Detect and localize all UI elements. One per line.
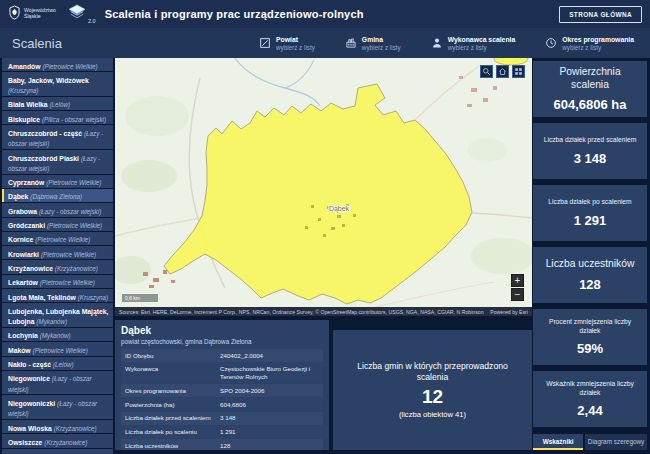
detail-row: Powierzchnia (ha) 604,6806 [121, 398, 323, 411]
page-title: Scalenia i programy prac urządzeniowo-ro… [105, 8, 364, 20]
region-icon [259, 37, 271, 49]
sidebar-item-mak-w[interactable]: Maków (Pietrowice Wielkie) [2, 342, 113, 355]
home-icon [498, 67, 507, 76]
filter-wykonawca-scalenia[interactable]: Wykonawca scalenia wybierz z listy [431, 36, 516, 51]
detail-row: ID Obrębu 240402_2.0004 [121, 349, 323, 362]
grid-icon [514, 67, 523, 76]
sidebar-item-baby-jack-w-widz-wek[interactable]: Baby, Jacków, Widzówek (Kruszyna) [2, 72, 113, 96]
clock-icon [545, 37, 557, 49]
map-landuse-patch [471, 238, 532, 274]
sidebar-item-chruszczobr-d-piaski[interactable]: Chruszczobród Piaski (Łazy - obszar wiej… [2, 150, 113, 174]
filter-okres-programowania[interactable]: Okres programowania wybierz z listy [545, 36, 634, 51]
basemap-button[interactable] [512, 65, 525, 78]
attribution-sources: Sources: Esri, HERE, DeLorme, increment … [119, 309, 484, 315]
detail-panel: Dąbek powiat częstochowski, gmina Dąbrow… [115, 320, 329, 450]
sidebar-item-gr-dczanki[interactable]: Gródczanki (Pietrowice Wielkie) [2, 218, 113, 231]
sidebar-item-grabowa[interactable]: Grabowa (Łazy - obszar wiejski) [2, 203, 113, 216]
stat-card-procent-zmniejszenia-liczby-dzia-ek: Procent zmniejszenia liczby działek 59% [533, 309, 647, 365]
detail-row: Liczba działek po scaleniu 1 291 [121, 426, 323, 439]
sidebar-item-kornice[interactable]: Kornice (Pietrowice Wielkie) [2, 232, 113, 245]
map-canvas: Dąbek [115, 58, 532, 307]
sidebar-item-niegowonice[interactable]: Niegowonice (Łazy - obszar wiejski) [2, 371, 113, 395]
voivodeship-logo-text: Województwo Śląskie [24, 8, 58, 20]
gmina-count-value: 12 [422, 386, 443, 408]
attribution-powered-by: Powered by Esri [490, 309, 528, 315]
search-icon [482, 67, 491, 76]
polygon-label: Dąbek [329, 205, 350, 213]
map-toolbar [480, 65, 525, 78]
stat-card-liczba-dzia-ek-po-scaleniem: Liczba działek po scaleniem 1 291 [533, 185, 647, 241]
stat-card-liczba-uczestnik-w: Liczba uczestników 128 [533, 247, 647, 303]
header: Województwo Śląskie 2.0 Scalenia i progr… [0, 0, 650, 28]
app-root: Województwo Śląskie 2.0 Scalenia i progr… [0, 0, 650, 454]
filter-bar: Scalenia Powiat wybierz z listy Gmina wy… [0, 28, 650, 58]
voivodeship-logo[interactable]: Województwo Śląskie [8, 5, 58, 24]
stat-cards: Powierzchnia scalenia 604,6806 ha Liczba… [533, 61, 647, 433]
sidebar-item-krowiarki[interactable]: Krowiarki (Pietrowice Wielkie) [2, 246, 113, 259]
sidebar-item-lekart-w[interactable]: Lekartów (Pietrowice Wielkie) [2, 275, 113, 288]
filters: Powiat wybierz z listy Gmina wybierz z l… [259, 36, 634, 51]
sidebar-item-chruszczobr-d-cz[interactable]: Chruszczobród - część (Łazy - obszar wie… [2, 125, 113, 149]
sidebar-item-nowa-wioska[interactable]: Nowa Wioska (Krzyżanowice) [2, 420, 113, 433]
sidebar-item-lubojenka-lubojenka-maj-tek-lubojna[interactable]: Lubojenka, Lubojenka Majątek, Lubojna (M… [2, 303, 113, 327]
sidebar-item-ochynia[interactable]: Łochynia (Mykanów) [2, 328, 113, 341]
zoom-in-button[interactable]: + [511, 274, 524, 287]
map-scale-bar: 0,6 km [122, 294, 158, 302]
geoportal-logo[interactable]: 2.0 [67, 4, 96, 24]
sidebar-item-niegowoniczki[interactable]: Niegowoniczki (Łazy - obszar wiejski) [2, 395, 113, 419]
map-landuse-patch [121, 160, 177, 192]
sidebar-item-biskupice[interactable]: Biskupice (Pilica - obszar wiejski) [2, 111, 113, 124]
detail-row: Liczba działek przed scaleniem 3 148 [121, 412, 323, 425]
filter-gmina[interactable]: Gmina wybierz z listy [345, 36, 401, 51]
map-view[interactable]: Dąbek + − 0,6 km Sources: Esri, HERE, De… [115, 58, 532, 316]
detail-row: Liczba uczestników 128 [121, 439, 323, 450]
filter-powiat[interactable]: Powiat wybierz z listy [259, 36, 315, 51]
map-landuse-patch [467, 138, 507, 162]
stat-card-powierzchnia-scalenia: Powierzchnia scalenia 604,6806 ha [533, 61, 647, 117]
layers-diamond-icon [67, 4, 87, 24]
gmina-count-note: (liczba obiektów 41) [399, 410, 466, 419]
detail-table: ID Obrębu 240402_2.0004 Wykonawca Często… [121, 349, 323, 450]
sidebar-item-nak-o-cz[interactable]: Nakło - część (Lelów) [2, 357, 113, 370]
zoom-out-button[interactable]: − [511, 288, 524, 301]
bottom-tabs: WskaźnikiDiagram szeregowy [533, 434, 647, 450]
gmina-count-panel: Liczba gmin w których przeprowadzono sca… [333, 330, 532, 450]
locality-list: Amandów (Pietrowice Wielkie) Baby, Jackó… [2, 58, 113, 454]
sidebar-item-owsiszcze[interactable]: Owsiszcze (Krzyżanowice) [2, 434, 113, 447]
sidebar-item-paw-w[interactable]: Pawłów (Pietrowice Wielkie) [2, 449, 113, 454]
map-attribution: Sources: Esri, HERE, DeLorme, increment … [115, 307, 532, 316]
sidebar-item-lgota-ma-a-teklin-w[interactable]: Lgota Mała, Teklinów (Kruszyna) [2, 289, 113, 302]
detail-row: Wykonawca Częstochowskie Biuro Geodezji … [121, 363, 323, 384]
stat-card-wska-nik-zmniejszenia-liczby-dzia-ek: Wskaźnik zmniejszenia liczby działek 2,4… [533, 371, 647, 427]
detail-subtitle: powiat częstochowski, gmina Dąbrowa Ziel… [121, 338, 323, 345]
detail-row: Okres programowania SPO 2004-2006 [121, 384, 323, 397]
map-home-button[interactable] [496, 65, 509, 78]
sidebar-item-krzy-anowice[interactable]: Krzyżanowice (Krzyżanowice) [2, 260, 113, 273]
home-button[interactable]: STRONA GŁÓWNA [559, 6, 642, 23]
section-title: Scalenia [12, 36, 62, 51]
map-zoom-control: + − [511, 274, 524, 301]
tab-wska-niki[interactable]: Wskaźniki [533, 434, 583, 450]
eagle-crest-icon [8, 5, 21, 24]
sidebar-item-cyprzan-w[interactable]: Cyprzanów (Pietrowice Wielkie) [2, 175, 113, 188]
sidebar-item-d-bek[interactable]: Dąbek (Dąbrowa Zielona) [2, 189, 113, 202]
detail-title: Dąbek [121, 325, 323, 336]
tab-diagram-szeregowy[interactable]: Diagram szeregowy [585, 434, 647, 450]
stat-card-liczba-dzia-ek-przed-scaleniem: Liczba działek przed scaleniem 3 148 [533, 123, 647, 179]
sidebar-item-amand-w[interactable]: Amandów (Pietrowice Wielkie) [2, 58, 113, 71]
map-search-button[interactable] [480, 65, 493, 78]
geoportal-version: 2.0 [88, 18, 96, 24]
town-icon [345, 37, 357, 49]
person-icon [431, 37, 443, 49]
sidebar-item-bia-a-wielka[interactable]: Biała Wielka (Lelów) [2, 97, 113, 110]
map-landuse-patch [125, 96, 189, 136]
gmina-count-title: Liczba gmin w których przeprowadzono sca… [347, 361, 518, 383]
